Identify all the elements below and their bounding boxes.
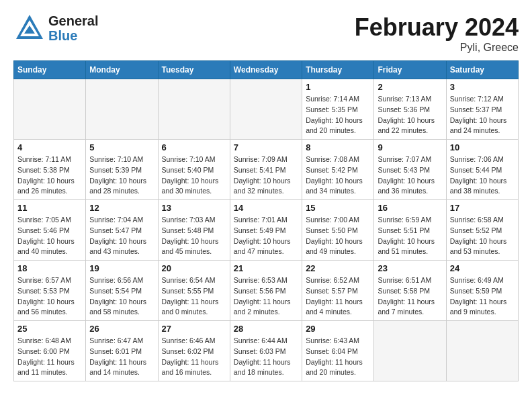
day-number: 27 xyxy=(162,324,226,334)
day-number: 19 xyxy=(89,263,154,273)
day-info: Sunrise: 6:57 AMSunset: 5:53 PMDaylight:… xyxy=(17,275,82,318)
day-info: Sunrise: 6:44 AMSunset: 6:03 PMDaylight:… xyxy=(234,336,298,378)
logo-general-text: General xyxy=(48,13,98,28)
table-row: 25Sunrise: 6:48 AMSunset: 6:00 PMDayligh… xyxy=(14,321,86,381)
table-row: 7Sunrise: 7:09 AMSunset: 5:41 PMDaylight… xyxy=(230,140,302,200)
calendar-week-row: 18Sunrise: 6:57 AMSunset: 5:53 PMDayligh… xyxy=(14,261,519,321)
day-info: Sunrise: 6:54 AMSunset: 5:55 PMDaylight:… xyxy=(162,275,226,318)
location: Pyli, Greece xyxy=(355,42,519,54)
day-info: Sunrise: 7:10 AMSunset: 5:39 PMDaylight:… xyxy=(89,154,154,197)
table-row xyxy=(374,321,446,381)
day-info: Sunrise: 7:07 AMSunset: 5:43 PMDaylight:… xyxy=(378,154,442,197)
table-row: 13Sunrise: 7:03 AMSunset: 5:48 PMDayligh… xyxy=(158,200,230,261)
table-row: 14Sunrise: 7:01 AMSunset: 5:49 PMDayligh… xyxy=(230,200,302,261)
table-row xyxy=(14,79,86,140)
day-info: Sunrise: 6:53 AMSunset: 5:56 PMDaylight:… xyxy=(234,275,298,318)
table-row: 4Sunrise: 7:11 AMSunset: 5:38 PMDaylight… xyxy=(14,140,86,200)
table-row: 29Sunrise: 6:43 AMSunset: 6:04 PMDayligh… xyxy=(302,321,374,381)
table-row xyxy=(158,79,230,140)
table-row: 3Sunrise: 7:12 AMSunset: 5:37 PMDaylight… xyxy=(446,79,518,140)
table-row: 8Sunrise: 7:08 AMSunset: 5:42 PMDaylight… xyxy=(302,140,374,200)
day-info: Sunrise: 7:08 AMSunset: 5:42 PMDaylight:… xyxy=(306,154,370,197)
table-row: 12Sunrise: 7:04 AMSunset: 5:47 PMDayligh… xyxy=(86,200,158,261)
day-info: Sunrise: 6:48 AMSunset: 6:00 PMDaylight:… xyxy=(17,336,82,378)
day-number: 20 xyxy=(162,263,226,273)
day-number: 23 xyxy=(378,263,442,273)
day-info: Sunrise: 6:43 AMSunset: 6:04 PMDaylight:… xyxy=(306,336,370,378)
day-info: Sunrise: 6:51 AMSunset: 5:58 PMDaylight:… xyxy=(378,275,442,318)
day-info: Sunrise: 6:58 AMSunset: 5:52 PMDaylight:… xyxy=(450,215,515,257)
day-number: 6 xyxy=(162,142,226,152)
table-row: 15Sunrise: 7:00 AMSunset: 5:50 PMDayligh… xyxy=(302,200,374,261)
day-info: Sunrise: 6:52 AMSunset: 5:57 PMDaylight:… xyxy=(306,275,370,318)
day-number: 17 xyxy=(450,203,515,213)
day-number: 14 xyxy=(234,203,298,213)
day-number: 26 xyxy=(89,324,154,334)
day-number: 9 xyxy=(378,142,442,152)
col-saturday: Saturday xyxy=(446,61,518,79)
day-number: 2 xyxy=(378,82,442,92)
logo-blue-text: Blue xyxy=(48,28,98,43)
day-number: 18 xyxy=(17,263,82,273)
logo-icon xyxy=(13,13,46,43)
col-friday: Friday xyxy=(374,61,446,79)
day-number: 28 xyxy=(234,324,298,334)
table-row: 24Sunrise: 6:49 AMSunset: 5:59 PMDayligh… xyxy=(446,261,518,321)
day-number: 8 xyxy=(306,142,370,152)
table-row: 27Sunrise: 6:46 AMSunset: 6:02 PMDayligh… xyxy=(158,321,230,381)
day-number: 15 xyxy=(306,203,370,213)
day-number: 21 xyxy=(234,263,298,273)
day-info: Sunrise: 7:09 AMSunset: 5:41 PMDaylight:… xyxy=(234,154,298,197)
day-info: Sunrise: 7:04 AMSunset: 5:47 PMDaylight:… xyxy=(89,215,154,257)
day-info: Sunrise: 6:59 AMSunset: 5:51 PMDaylight:… xyxy=(378,215,442,257)
table-row: 19Sunrise: 6:56 AMSunset: 5:54 PMDayligh… xyxy=(86,261,158,321)
day-number: 3 xyxy=(450,82,515,92)
day-number: 24 xyxy=(450,263,515,273)
day-number: 1 xyxy=(306,82,370,92)
calendar-table: Sunday Monday Tuesday Wednesday Thursday… xyxy=(13,60,519,381)
day-info: Sunrise: 7:11 AMSunset: 5:38 PMDaylight:… xyxy=(17,154,82,197)
table-row: 16Sunrise: 6:59 AMSunset: 5:51 PMDayligh… xyxy=(374,200,446,261)
table-row: 6Sunrise: 7:10 AMSunset: 5:40 PMDaylight… xyxy=(158,140,230,200)
day-number: 5 xyxy=(89,142,154,152)
table-row: 5Sunrise: 7:10 AMSunset: 5:39 PMDaylight… xyxy=(86,140,158,200)
day-info: Sunrise: 6:46 AMSunset: 6:02 PMDaylight:… xyxy=(162,336,226,378)
table-row: 20Sunrise: 6:54 AMSunset: 5:55 PMDayligh… xyxy=(158,261,230,321)
logo-text: General Blue xyxy=(48,13,98,43)
day-number: 11 xyxy=(17,203,82,213)
logo: General Blue xyxy=(13,13,98,43)
day-number: 16 xyxy=(378,203,442,213)
table-row: 26Sunrise: 6:47 AMSunset: 6:01 PMDayligh… xyxy=(86,321,158,381)
month-title: February 2024 xyxy=(355,13,519,42)
day-info: Sunrise: 6:49 AMSunset: 5:59 PMDaylight:… xyxy=(450,275,515,318)
day-info: Sunrise: 7:10 AMSunset: 5:40 PMDaylight:… xyxy=(162,154,226,197)
table-row xyxy=(446,321,518,381)
table-row: 28Sunrise: 6:44 AMSunset: 6:03 PMDayligh… xyxy=(230,321,302,381)
table-row: 22Sunrise: 6:52 AMSunset: 5:57 PMDayligh… xyxy=(302,261,374,321)
day-info: Sunrise: 7:03 AMSunset: 5:48 PMDaylight:… xyxy=(162,215,226,257)
day-number: 25 xyxy=(17,324,82,334)
day-info: Sunrise: 7:00 AMSunset: 5:50 PMDaylight:… xyxy=(306,215,370,257)
calendar-week-row: 1Sunrise: 7:14 AMSunset: 5:35 PMDaylight… xyxy=(14,79,519,140)
table-row: 10Sunrise: 7:06 AMSunset: 5:44 PMDayligh… xyxy=(446,140,518,200)
calendar-header-row: Sunday Monday Tuesday Wednesday Thursday… xyxy=(14,61,519,79)
day-info: Sunrise: 7:01 AMSunset: 5:49 PMDaylight:… xyxy=(234,215,298,257)
page-header: General Blue February 2024 Pyli, Greece xyxy=(13,13,519,54)
col-thursday: Thursday xyxy=(302,61,374,79)
title-section: February 2024 Pyli, Greece xyxy=(355,13,519,54)
calendar-week-row: 25Sunrise: 6:48 AMSunset: 6:00 PMDayligh… xyxy=(14,321,519,381)
table-row: 1Sunrise: 7:14 AMSunset: 5:35 PMDaylight… xyxy=(302,79,374,140)
day-info: Sunrise: 7:06 AMSunset: 5:44 PMDaylight:… xyxy=(450,154,515,197)
table-row: 9Sunrise: 7:07 AMSunset: 5:43 PMDaylight… xyxy=(374,140,446,200)
day-number: 22 xyxy=(306,263,370,273)
table-row: 23Sunrise: 6:51 AMSunset: 5:58 PMDayligh… xyxy=(374,261,446,321)
day-number: 10 xyxy=(450,142,515,152)
table-row: 17Sunrise: 6:58 AMSunset: 5:52 PMDayligh… xyxy=(446,200,518,261)
day-info: Sunrise: 7:12 AMSunset: 5:37 PMDaylight:… xyxy=(450,94,515,136)
col-tuesday: Tuesday xyxy=(158,61,230,79)
calendar-week-row: 4Sunrise: 7:11 AMSunset: 5:38 PMDaylight… xyxy=(14,140,519,200)
col-monday: Monday xyxy=(86,61,158,79)
day-number: 4 xyxy=(17,142,82,152)
table-row: 11Sunrise: 7:05 AMSunset: 5:46 PMDayligh… xyxy=(14,200,86,261)
col-wednesday: Wednesday xyxy=(230,61,302,79)
